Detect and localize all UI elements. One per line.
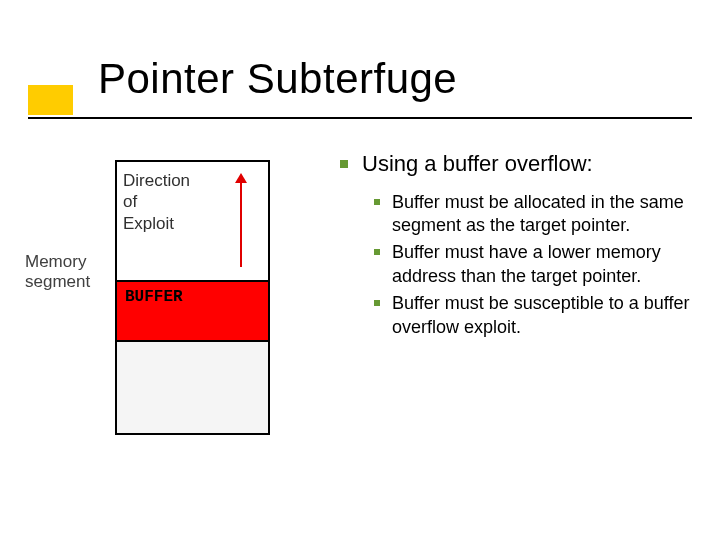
bullet-l2-text: Buffer must have a lower memory address … bbox=[392, 241, 702, 288]
exploit-arrow-icon bbox=[240, 182, 242, 267]
bullet-square-icon bbox=[374, 300, 380, 306]
bullet-level2: Buffer must be allocated in the same seg… bbox=[374, 191, 702, 238]
bullet-l2-text: Buffer must be susceptible to a buffer o… bbox=[392, 292, 702, 339]
bullet-square-icon bbox=[374, 249, 380, 255]
memory-top-region: Direction of Exploit bbox=[117, 162, 268, 282]
slide-title: Pointer Subterfuge bbox=[98, 55, 457, 103]
content-area: Memory segment Direction of Exploit BUFF… bbox=[0, 150, 720, 450]
accent-square bbox=[28, 85, 73, 115]
memory-box: Direction of Exploit BUFFER bbox=[115, 160, 270, 435]
bullet-l1-text: Using a buffer overflow: bbox=[362, 150, 593, 179]
memory-diagram: Memory segment Direction of Exploit BUFF… bbox=[0, 150, 340, 450]
bullet-square-icon bbox=[340, 160, 348, 168]
title-underline bbox=[28, 117, 692, 119]
bullet-level2: Buffer must have a lower memory address … bbox=[374, 241, 702, 288]
bullet-level1: Using a buffer overflow: bbox=[340, 150, 702, 179]
bullet-square-icon bbox=[374, 199, 380, 205]
bullet-text-area: Using a buffer overflow: Buffer must be … bbox=[340, 150, 720, 450]
memory-segment-label: Memory segment bbox=[25, 252, 90, 293]
buffer-region: BUFFER bbox=[117, 282, 268, 342]
buffer-label: BUFFER bbox=[125, 288, 183, 306]
bullet-level2: Buffer must be susceptible to a buffer o… bbox=[374, 292, 702, 339]
bullet-l2-text: Buffer must be allocated in the same seg… bbox=[392, 191, 702, 238]
